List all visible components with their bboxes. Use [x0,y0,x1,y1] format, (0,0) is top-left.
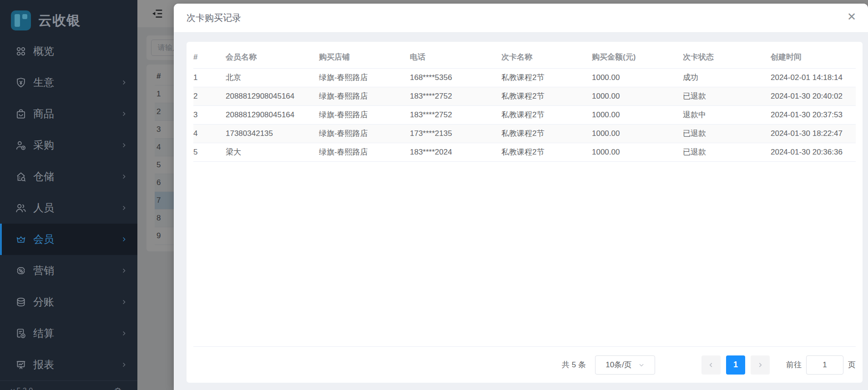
modal-body: #会员名称购买店铺电话次卡名称购买金额(元)次卡状态创建时间 1北京绿旗-春熙路… [174,33,868,390]
settlement-icon [15,328,27,340]
chevron-right-icon [121,205,127,211]
sidebar-item-2[interactable]: 商品 [0,98,137,130]
table-cell: 3 [193,105,226,124]
table-cell: 私教课程2节 [501,68,592,87]
table-cell: 2024-02-01 14:18:14 [771,68,856,87]
app-logo-text: 云收银 [38,11,81,30]
table-cell: 2088812908045164 [226,105,319,124]
sidebar-menu: 概览生意商品采购仓储人员会员营销分账结算报表 [0,35,137,380]
table-cell: 183****2752 [410,105,501,124]
total-count-label: 共 5 条 [562,360,586,370]
table-cell: 绿旗-春熙路店 [319,124,410,143]
member-crown-icon [15,234,27,245]
table-cell: 已退款 [683,124,771,143]
sidebar-item-label: 商品 [33,107,121,121]
table-cell: 私教课程2节 [501,124,592,143]
modal-header: 次卡购买记录 ✕ [174,4,868,33]
page-size-value: 10条/页 [606,360,632,370]
goods-icon [15,108,27,120]
records-table: #会员名称购买店铺电话次卡名称购买金额(元)次卡状态创建时间 1北京绿旗-春熙路… [193,46,856,162]
sidebar: 云收银 概览生意商品采购仓储人员会员营销分账结算报表 v 5.3.0 ⚙ [0,0,137,390]
chevron-left-icon [708,362,714,368]
sidebar-item-7[interactable]: 营销 [0,255,137,286]
sidebar-item-0[interactable]: 概览 [0,35,137,67]
table-cell: 绿旗-春熙路店 [319,68,410,87]
sidebar-item-10[interactable]: 报表 [0,349,137,380]
sidebar-item-6[interactable]: 会员 [0,224,137,255]
column-header: 次卡名称 [501,46,592,68]
table-cell: 退款中 [683,105,771,124]
goto-page-input[interactable] [806,355,843,375]
screen: 请输入 # 123456789 云收银 概览生意商品采购仓储人员会员营销分账结算… [0,0,868,390]
sidebar-item-1[interactable]: 生意 [0,67,137,98]
sidebar-item-9[interactable]: 结算 [0,318,137,349]
chevron-right-icon [757,362,763,368]
table-cell: 2024-01-30 18:22:47 [771,124,856,143]
table-cell: 173****2135 [410,124,501,143]
table-cell: 183****2752 [410,87,501,105]
table-cell: 5 [193,143,226,161]
sidebar-item-4[interactable]: 仓储 [0,161,137,192]
purchase-icon [15,140,27,151]
pagination: 共 5 条 10条/页 1 前往 页 [193,346,856,383]
table-cell: 183****2024 [410,143,501,161]
settings-gear-icon[interactable]: ⚙ [114,385,122,390]
sidebar-item-label: 概览 [33,44,127,58]
table-row: 1北京绿旗-春熙路店168****5356私教课程2节1000.00成功2024… [193,68,856,87]
sidebar-item-label: 报表 [33,358,121,372]
table-cell: 1000.00 [592,124,683,143]
column-header: 次卡状态 [683,46,771,68]
table-cell: 绿旗-春熙路店 [319,87,410,105]
table-cell: 17380342135 [226,124,319,143]
column-header: 购买金额(元) [592,46,683,68]
chevron-right-icon [121,110,127,117]
next-page-button[interactable] [751,355,770,375]
table-cell: 梁大 [226,143,319,161]
chevron-right-icon [121,236,127,243]
table-cell: 1000.00 [592,68,683,87]
page-number-button[interactable]: 1 [726,355,745,375]
sidebar-item-3[interactable]: 采购 [0,130,137,161]
table-row: 5梁大绿旗-春熙路店183****2024私教课程2节1000.00已退款202… [193,143,856,161]
table-cell: 1 [193,68,226,87]
table-cell: 168****5356 [410,68,501,87]
table-cell: 4 [193,124,226,143]
page-size-select[interactable]: 10条/页 [595,355,655,375]
table-cell: 2024-01-30 20:40:02 [771,87,856,105]
sidebar-item-8[interactable]: 分账 [0,286,137,318]
sidebar-item-label: 人员 [33,201,121,215]
overview-icon [15,45,27,57]
warehouse-icon [15,171,27,183]
table-row: 32088812908045164绿旗-春熙路店183****2752私教课程2… [193,105,856,124]
app-logo: 云收银 [0,0,137,34]
table-header-row: #会员名称购买店铺电话次卡名称购买金额(元)次卡状态创建时间 [193,46,856,68]
table-cell: 北京 [226,68,319,87]
table-cell: 1000.00 [592,105,683,124]
chevron-right-icon [121,142,127,149]
table-cell: 2 [193,87,226,105]
table-empty-space [193,162,856,347]
table-cell: 2024-01-30 20:36:36 [771,143,856,161]
column-header: 创建时间 [771,46,856,68]
chevron-right-icon [121,173,127,180]
sidebar-item-label: 会员 [33,232,121,246]
table-cell: 私教课程2节 [501,105,592,124]
table-cell: 1000.00 [592,143,683,161]
sidebar-item-label: 营销 [33,264,121,278]
sidebar-item-5[interactable]: 人员 [0,192,137,224]
column-header: 电话 [410,46,501,68]
goto-label: 前往 [786,360,802,370]
records-card: #会员名称购买店铺电话次卡名称购买金额(元)次卡状态创建时间 1北京绿旗-春熙路… [187,42,863,383]
sidebar-item-label: 采购 [33,138,121,152]
close-icon[interactable]: ✕ [847,11,856,22]
column-header: 会员名称 [226,46,319,68]
marketing-icon [15,265,27,277]
table-cell: 绿旗-春熙路店 [319,143,410,161]
chevron-right-icon [121,330,127,337]
prev-page-button[interactable] [701,355,721,375]
chevron-right-icon [121,267,127,274]
modal-title: 次卡购买记录 [187,12,241,24]
sidebar-item-label: 生意 [33,75,121,90]
business-icon [15,77,27,89]
column-header: # [193,46,226,68]
